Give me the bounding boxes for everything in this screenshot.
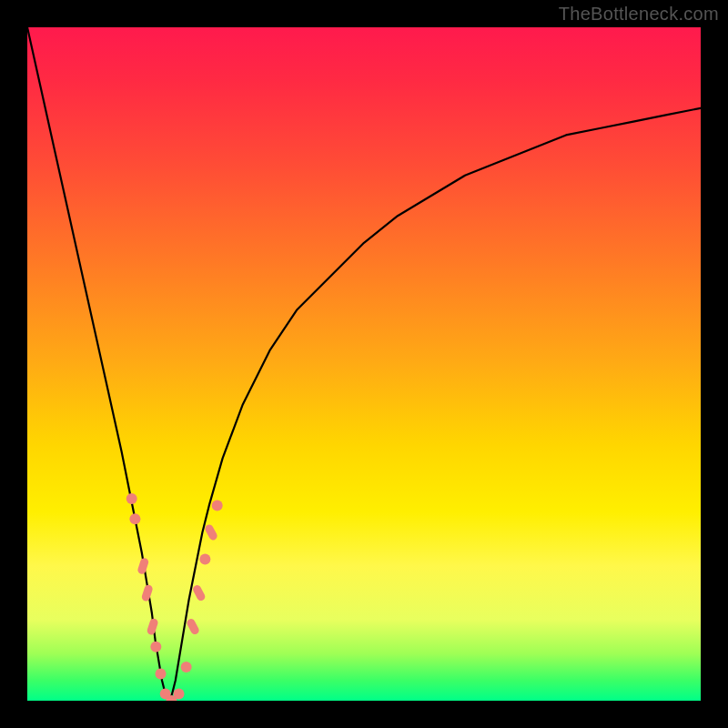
data-marker <box>174 689 185 700</box>
curve-layer <box>27 27 701 701</box>
data-marker <box>136 557 149 575</box>
watermark-text: TheBottleneck.com <box>559 4 719 25</box>
data-markers <box>126 493 223 701</box>
data-marker <box>204 523 218 541</box>
data-marker <box>156 668 167 679</box>
data-marker <box>181 662 192 672</box>
data-marker <box>129 513 140 524</box>
data-marker <box>192 584 207 602</box>
plot-area <box>27 27 701 701</box>
data-marker <box>212 500 223 511</box>
data-marker <box>150 642 161 652</box>
data-marker <box>186 618 200 636</box>
bottleneck-curve <box>27 27 701 701</box>
chart-stage: TheBottleneck.com <box>0 0 728 728</box>
data-marker <box>141 584 154 602</box>
data-marker <box>147 618 159 636</box>
data-marker <box>126 493 137 504</box>
data-marker <box>199 554 210 565</box>
